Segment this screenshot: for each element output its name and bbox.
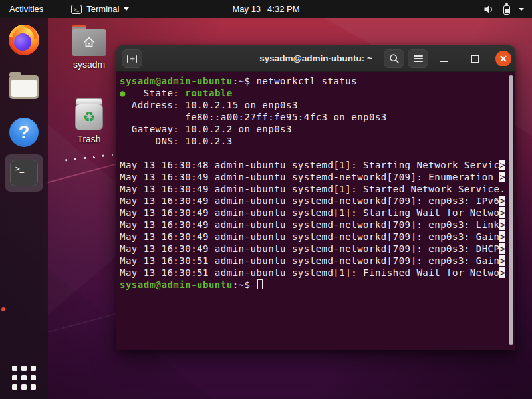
focused-app-name: Terminal: [86, 4, 119, 14]
terminal-line: DNS: 10.0.2.3: [120, 135, 509, 147]
terminal-line: May 13 16:30:51 admin-ubuntu systemd[1]:…: [120, 267, 509, 279]
desktop-icon-label: Trash: [77, 134, 100, 144]
system-status-menu[interactable]: [475, 0, 532, 18]
dock-item-files[interactable]: [0, 72, 48, 99]
terminal-line: May 13 16:30:48 admin-ubuntu systemd[1]:…: [120, 159, 509, 171]
active-app-tile: >_: [5, 154, 43, 192]
terminal-line: May 13 16:30:49 admin-ubuntu systemd-net…: [120, 243, 509, 255]
terminal-line: fe80::a00:27ff:fe95:4fc3 on enp0s3: [120, 111, 509, 123]
menu-button[interactable]: [408, 49, 428, 68]
terminal-line: ● State: routable: [120, 87, 509, 99]
volume-icon: [483, 4, 495, 15]
help-icon: ?: [9, 118, 39, 147]
clock-date: May 13: [232, 4, 261, 14]
clock-time: 4:32 PM: [267, 4, 299, 14]
firefox-icon: [9, 25, 39, 55]
show-applications-button[interactable]: [0, 362, 48, 394]
terminal-line: May 13 16:30:49 admin-ubuntu systemd-net…: [120, 219, 509, 231]
terminal-window: sysadm@admin-ubuntu: ~ sysadm@admin-ubun…: [116, 45, 515, 350]
battery-icon: [503, 5, 510, 15]
dock: ? >_: [0, 18, 48, 399]
app-grid-icon: [12, 366, 36, 390]
home-folder-icon: [72, 29, 106, 56]
maximize-button[interactable]: [465, 45, 485, 72]
window-title: sysadm@admin-ubuntu: ~: [116, 53, 515, 63]
terminal-line: [120, 147, 509, 159]
desktop-icon-label: sysadm: [73, 59, 105, 70]
terminal-content[interactable]: sysadm@admin-ubuntu:~$ networkctl status…: [116, 72, 515, 350]
titlebar[interactable]: sysadm@admin-ubuntu: ~: [116, 45, 515, 72]
minimize-button[interactable]: [434, 45, 454, 72]
running-indicator: [1, 307, 5, 311]
close-icon: [495, 51, 511, 66]
search-button[interactable]: [384, 49, 404, 68]
clock-button[interactable]: May 134:32 PM: [232, 4, 299, 14]
dock-item-firefox[interactable]: [0, 25, 48, 55]
chevron-down-icon: [124, 7, 129, 11]
hamburger-menu-icon: [414, 55, 423, 62]
chevron-down-icon: [519, 8, 524, 11]
new-tab-button[interactable]: [122, 49, 142, 68]
terminal-cursor: [257, 279, 263, 289]
files-icon: [9, 75, 39, 99]
dock-item-help[interactable]: ?: [0, 118, 48, 147]
terminal-line: May 13 16:30:49 admin-ubuntu systemd-net…: [120, 171, 509, 183]
desktop: Activities >_ Terminal May 134:32 PM: [0, 0, 532, 399]
dock-item-terminal[interactable]: >_: [0, 154, 48, 192]
terminal-line: Address: 10.0.2.15 on enp0s3: [120, 99, 509, 111]
terminal-line: sysadm@admin-ubuntu:~$ networkctl status: [120, 75, 509, 87]
house-icon: [81, 35, 97, 50]
top-bar: Activities >_ Terminal May 134:32 PM: [0, 0, 532, 18]
terminal-icon: >_: [10, 160, 38, 186]
terminal-line: May 13 16:30:51 admin-ubuntu systemd-net…: [120, 255, 509, 267]
terminal-output: sysadm@admin-ubuntu:~$ networkctl status…: [120, 75, 509, 291]
recycle-icon: ♻: [83, 110, 96, 124]
terminal-app-icon: >_: [71, 5, 82, 14]
minimize-icon: [440, 61, 448, 62]
search-icon: [389, 53, 400, 64]
focused-app-menu[interactable]: >_ Terminal: [71, 0, 129, 18]
close-button[interactable]: [491, 45, 515, 72]
terminal-line: May 13 16:30:49 admin-ubuntu systemd-net…: [120, 231, 509, 243]
new-tab-icon: [127, 55, 137, 63]
terminal-line: May 13 16:30:49 admin-ubuntu systemd-net…: [120, 195, 509, 207]
desktop-icon-trash[interactable]: ♻ Trash: [65, 98, 113, 144]
terminal-line: May 13 16:30:49 admin-ubuntu systemd[1]:…: [120, 183, 509, 195]
maximize-icon: [471, 55, 479, 63]
scrollbar[interactable]: [509, 75, 513, 345]
trash-icon: ♻: [75, 98, 103, 130]
terminal-line: sysadm@admin-ubuntu:~$: [120, 279, 509, 291]
activities-button[interactable]: Activities: [0, 0, 53, 18]
desktop-icon-home[interactable]: sysadm: [65, 25, 113, 70]
terminal-line: May 13 16:30:49 admin-ubuntu systemd[1]:…: [120, 207, 509, 219]
terminal-line: Gateway: 10.0.2.2 on enp0s3: [120, 123, 509, 135]
